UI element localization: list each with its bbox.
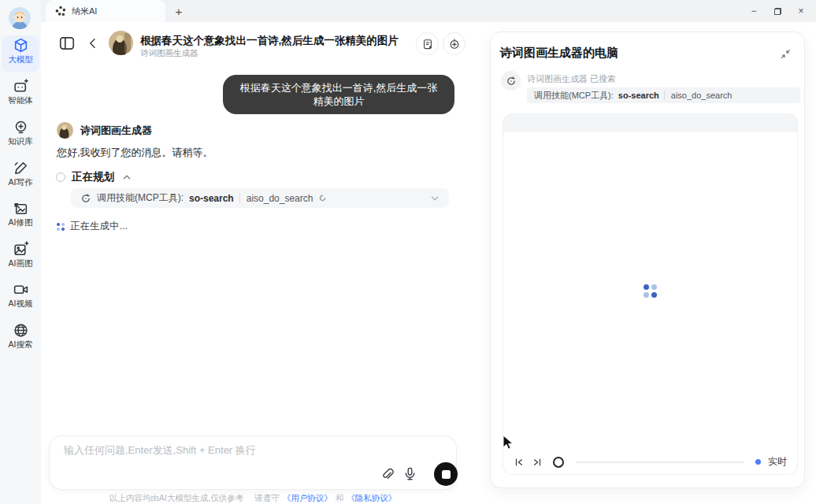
privacy-agreement-link[interactable]: 《隐私协议》 — [347, 493, 396, 504]
sidebar-item-ai-draw[interactable]: AI画图 — [2, 239, 39, 276]
sidebar-item-knowledge[interactable]: 知识库 — [2, 117, 39, 154]
sidebar-item-ai-search[interactable]: AI搜索 — [2, 321, 39, 357]
window-controls: − × — [748, 0, 811, 22]
microphone-icon[interactable] — [402, 466, 417, 481]
timeline-slider[interactable] — [576, 461, 744, 463]
skill-tool: aiso_do_search — [239, 193, 313, 204]
message-input[interactable] — [62, 443, 377, 457]
skip-to-start-icon[interactable] — [514, 457, 525, 468]
close-button[interactable]: × — [796, 6, 807, 17]
sidebar-item-large-model[interactable]: 大模型 — [2, 35, 39, 72]
note-icon — [421, 38, 434, 50]
sidebar-item-label: 知识库 — [8, 137, 33, 146]
browser-tab[interactable]: 纳米AI — [46, 0, 165, 22]
chevron-down-icon[interactable] — [430, 194, 440, 203]
skill-name: so-search — [618, 91, 659, 100]
search-status-icon — [501, 71, 521, 91]
realtime-dot-icon — [755, 459, 761, 465]
restore-icon — [774, 8, 781, 15]
comply-text: 请遵守 — [254, 493, 280, 504]
spinner-icon — [318, 194, 327, 202]
and-text: 和 — [336, 493, 344, 504]
generating-label: 正在生成中... — [70, 220, 128, 233]
cube-icon — [13, 37, 29, 54]
loader-dots-icon — [57, 223, 65, 231]
panel-skill-bar: 调用技能(MCP工具): so-search aiso_do_search — [527, 87, 800, 103]
user-agreement-link[interactable]: 《用户协议》 — [283, 493, 332, 504]
disclaimer-footer: 以上内容均由AI大模型生成,仅供参考 请遵守 《用户协议》 和 《隐私协议》 — [49, 493, 457, 504]
sidebar-item-ai-video[interactable]: AI视频 — [2, 280, 39, 316]
message-input-box — [49, 435, 457, 490]
playhead-button[interactable] — [553, 457, 564, 468]
assistant-header: 诗词图画生成器 — [57, 122, 152, 139]
stop-icon — [442, 470, 451, 479]
panel-title: 诗词图画生成器的电脑 — [500, 46, 618, 61]
assistant-avatar — [57, 122, 73, 139]
viewport-header-strip — [503, 114, 797, 132]
save-note-button[interactable] — [416, 32, 439, 55]
new-tab-button[interactable]: + — [170, 2, 187, 20]
sidebar-item-label: AI视频 — [9, 299, 33, 308]
skill-name: so-search — [189, 193, 234, 204]
attachment-icon[interactable] — [380, 466, 395, 481]
collapse-panel-icon[interactable] — [780, 48, 792, 60]
agent-avatar-image — [109, 31, 133, 55]
image-plus-icon — [13, 241, 29, 258]
stop-generation-button[interactable] — [434, 462, 458, 486]
toggle-sidebar-icon[interactable] — [58, 35, 76, 52]
panel-status-text: 诗词图画生成器 已搜索 — [527, 73, 616, 85]
avatar-cartoon-icon — [9, 7, 31, 29]
sidebar-item-ai-writing[interactable]: AI写作 — [2, 158, 39, 195]
globe-icon — [13, 322, 29, 339]
agent-computer-panel: 诗词图画生成器的电脑 诗词图画生成器 已搜索 调用技能(MCP工具): so-s… — [490, 32, 805, 488]
sidebar-item-label: 大模型 — [8, 55, 33, 64]
skill-tool: aiso_do_search — [664, 91, 733, 100]
user-avatar[interactable] — [9, 7, 31, 29]
playback-controls: 实时 — [503, 450, 797, 474]
app-window: 纳米AI + − × 大模型 智能体 — [0, 0, 816, 504]
chevron-up-icon[interactable] — [122, 172, 132, 182]
minimize-button[interactable]: − — [748, 6, 759, 17]
planning-label: 正在规划 — [72, 170, 114, 184]
tab-title: 纳米AI — [72, 6, 97, 17]
video-camera-icon — [13, 281, 29, 298]
sidebar-item-ai-retouch[interactable]: AI修图 — [2, 198, 39, 235]
skip-to-end-icon[interactable] — [532, 457, 543, 468]
skill-prefix: 调用技能(MCP工具): — [534, 90, 614, 102]
sidebar-item-label: AI搜索 — [9, 340, 33, 349]
pencil-icon — [13, 160, 29, 176]
robot-icon — [13, 78, 29, 94]
maximize-button[interactable] — [772, 6, 783, 17]
bulb-plus-icon — [13, 119, 29, 135]
assistant-name: 诗词图画生成器 — [80, 124, 152, 138]
automation-icon — [80, 193, 91, 204]
skill-invocation-bar[interactable]: 调用技能(MCP工具): so-search aiso_do_search — [71, 188, 449, 208]
disclaimer-text: 以上内容均由AI大模型生成,仅供参考 — [109, 493, 243, 504]
status-circle-icon — [56, 172, 65, 182]
target-plus-icon — [448, 38, 461, 50]
sidebar-item-label: AI画图 — [9, 259, 33, 268]
image-arrow-icon — [13, 200, 29, 217]
skill-prefix: 调用技能(MCP工具): — [97, 191, 184, 205]
sidebar-item-label: 智能体 — [8, 96, 33, 105]
mouse-cursor — [503, 435, 515, 452]
agent-avatar — [109, 31, 133, 55]
realtime-label[interactable]: 实时 — [768, 455, 787, 469]
left-sidebar: 大模型 智能体 知识库 AI写作 AI修图 AI画图 AI视频 AI搜索 — [0, 0, 41, 504]
new-session-button[interactable] — [443, 32, 465, 55]
sidebar-item-agent[interactable]: 智能体 — [2, 76, 39, 113]
sidebar-item-label: AI修图 — [9, 218, 33, 227]
generating-row: 正在生成中... — [57, 220, 128, 233]
nano-ai-logo-icon — [55, 6, 66, 17]
conversation-title: 根据春天这个意象找出一首诗,然后生成一张精美的图片 — [140, 34, 424, 48]
window-titlebar: 纳米AI + − × — [0, 0, 816, 22]
user-message-bubble: 根据春天这个意象找出一首诗,然后生成一张精美的图片 — [223, 75, 454, 114]
planning-row[interactable]: 正在规划 — [56, 170, 132, 184]
remote-screen-viewport: 实时 — [503, 113, 798, 475]
assistant-greeting: 您好,我收到了您的消息。请稍等。 — [57, 146, 213, 160]
loading-dots-icon — [644, 284, 657, 298]
conversation-subtitle: 诗词图画生成器 — [140, 48, 198, 59]
viewport-body — [503, 132, 797, 450]
sidebar-item-label: AI写作 — [9, 178, 33, 187]
back-button[interactable] — [87, 37, 99, 50]
